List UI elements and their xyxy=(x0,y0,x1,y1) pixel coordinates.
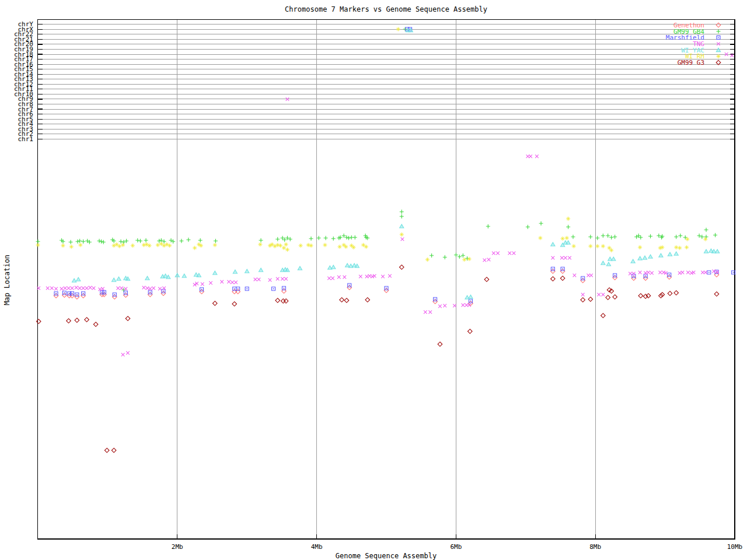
point-gm99-gb4 xyxy=(353,236,357,240)
point-tng xyxy=(331,276,334,280)
point-gm99-g3 xyxy=(638,293,643,298)
point-wi-yac xyxy=(674,252,678,256)
point-gm99-gb4 xyxy=(400,215,404,219)
point-tng xyxy=(146,286,149,290)
point-gm99-gb4 xyxy=(539,222,543,226)
point-wi-yac xyxy=(612,257,616,261)
point-tng xyxy=(638,271,642,274)
point-tng xyxy=(487,258,491,261)
point-tng xyxy=(46,286,50,290)
point-tng xyxy=(152,286,155,290)
point-gm99-gb4 xyxy=(458,255,462,259)
x-tick-label-6Mb: 6Mb xyxy=(450,543,462,551)
series-gm99-g3 xyxy=(36,265,718,453)
point-wi-yac xyxy=(469,295,473,299)
point-wi-rh xyxy=(278,244,282,248)
point-marshfield xyxy=(715,270,718,274)
point-gm99-gb4 xyxy=(186,238,190,242)
point-wi-yac xyxy=(175,274,179,277)
point-gm99-g3 xyxy=(212,301,217,306)
legend-marker-tng xyxy=(717,42,720,46)
point-wi-yac xyxy=(715,250,720,253)
point-gm99-gb4 xyxy=(595,236,599,240)
point-gm99-g3 xyxy=(67,318,71,323)
point-tng xyxy=(220,280,224,284)
point-tng xyxy=(254,278,257,281)
point-wi-yac xyxy=(182,274,186,278)
point-wi-yac xyxy=(551,243,555,246)
point-tng xyxy=(597,293,601,296)
point-tng xyxy=(632,272,636,275)
point-tng xyxy=(512,251,516,255)
point-gm99-gb4 xyxy=(609,236,613,240)
point-gm99-gb4 xyxy=(69,240,73,244)
point-gm99-gb4 xyxy=(36,240,40,244)
point-tng xyxy=(101,287,104,290)
point-marshfield xyxy=(707,271,711,274)
series-wi-rh xyxy=(36,27,708,262)
point-tng xyxy=(359,275,362,278)
point-tng xyxy=(589,274,593,277)
point-tng xyxy=(121,353,125,356)
point-tng xyxy=(629,272,632,275)
data-points xyxy=(36,27,735,453)
point-wi-rh xyxy=(36,243,40,247)
point-marshfield xyxy=(272,287,275,290)
point-gm99-g3 xyxy=(104,448,109,453)
point-tng xyxy=(526,155,530,158)
point-wi-rh xyxy=(685,246,689,250)
point-tng xyxy=(92,286,96,290)
point-tng xyxy=(401,237,404,241)
point-tng xyxy=(573,274,577,277)
series-tng xyxy=(37,52,734,356)
point-gm99-g3 xyxy=(551,276,556,281)
point-gm99-g3 xyxy=(281,299,285,303)
point-marshfield xyxy=(282,286,285,290)
point-gm99-g3 xyxy=(438,342,442,346)
point-wi-rh xyxy=(565,236,569,240)
point-tng xyxy=(681,271,685,274)
point-gm99-g3 xyxy=(601,313,606,318)
point-wi-yac xyxy=(704,250,708,253)
point-wi-yac xyxy=(648,255,652,258)
point-gm99-g3 xyxy=(484,277,489,282)
point-tng xyxy=(98,288,102,291)
point-wi-yac xyxy=(245,270,249,273)
point-wi-yac xyxy=(213,271,217,275)
point-tng xyxy=(496,251,500,255)
point-gm99-g3 xyxy=(467,329,472,334)
point-gm99-gb4 xyxy=(713,233,717,237)
point-tng xyxy=(142,286,146,289)
point-tng xyxy=(551,256,555,260)
point-gm99-gb4 xyxy=(678,234,682,238)
x-tick-label-2Mb: 2Mb xyxy=(172,543,183,551)
point-wi-rh xyxy=(566,217,570,221)
point-wi-rh xyxy=(121,243,125,247)
point-gm99-gb4 xyxy=(198,239,203,243)
point-gm99-g3 xyxy=(85,317,89,322)
point-wi-yac xyxy=(606,262,610,266)
point-gm99-gb4 xyxy=(400,210,404,214)
point-wi-rh xyxy=(156,243,160,247)
point-wi-rh xyxy=(69,245,74,249)
point-wi-rh xyxy=(338,245,342,249)
point-gm99-gb4 xyxy=(613,235,617,239)
point-wi-rh xyxy=(396,27,400,32)
point-gm99-gb4 xyxy=(648,235,652,239)
legend-marker-marshfield xyxy=(717,36,720,39)
point-wi-yac xyxy=(601,261,605,265)
point-wi-yac xyxy=(631,260,635,263)
point-tng xyxy=(85,286,89,290)
point-tng xyxy=(678,271,682,275)
point-gm99-gb4 xyxy=(119,240,123,244)
point-wi-rh xyxy=(467,257,472,261)
point-wi-rh xyxy=(299,244,303,248)
point-wi-yac xyxy=(643,256,647,260)
series-gm99-gb4 xyxy=(36,27,718,292)
point-gm99-gb4 xyxy=(259,239,263,243)
point-wi-rh xyxy=(323,243,327,247)
x-gridlines xyxy=(177,20,595,540)
point-gm99-gb4 xyxy=(350,236,354,240)
point-gm99-gb4 xyxy=(347,236,351,240)
point-tng xyxy=(465,303,469,307)
